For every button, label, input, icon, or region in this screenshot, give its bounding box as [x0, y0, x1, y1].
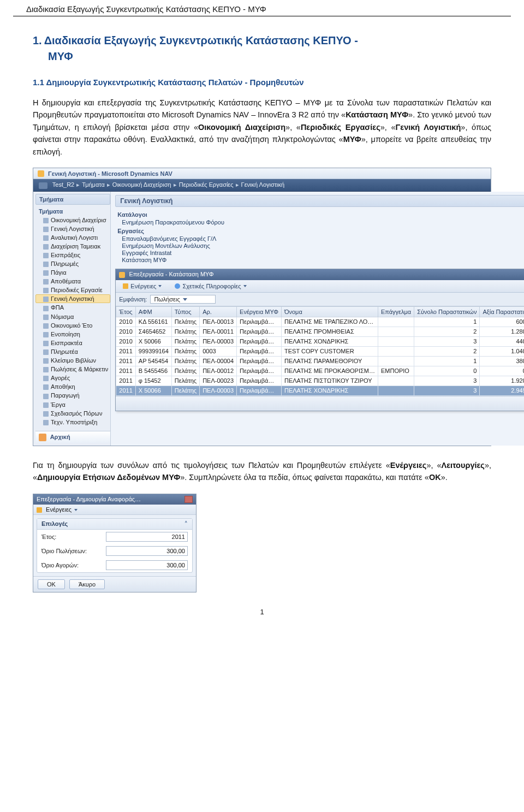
sidebar-item[interactable]: ΦΠΑ	[35, 303, 110, 312]
nav-main: Γενική Λογιστική Κατάλογοι Ενημέρωση Παρ…	[111, 192, 524, 446]
sidebar-item[interactable]: Περιοδικές Εργασίε	[35, 286, 110, 294]
table-cell: Πελάτης	[171, 356, 199, 366]
table-row[interactable]: 2010Χ 50066ΠελάτηςΠΕΛ-00003Περιλαμβά…ΠΕΛ…	[116, 336, 524, 346]
panel-header[interactable]: Επιλογές ˄	[37, 519, 192, 530]
grid-column-header[interactable]: Ενέργεια ΜΥΦ	[237, 306, 282, 317]
grid-column-header[interactable]: Αρ.	[200, 306, 237, 317]
sidebar-item[interactable]: Τεχν. Υποστήριξη	[35, 418, 110, 426]
folder-icon	[43, 341, 49, 346]
sidebar-item[interactable]: Εισπρακτέα	[35, 339, 110, 347]
dialog-actions-button[interactable]: Ενέργειες	[46, 506, 72, 513]
table-row[interactable]: 2010ΚΔ 556161ΠελάτηςΠΕΛ-00013Περιλαμβά…Π…	[116, 317, 524, 327]
table-row[interactable]: 2010Σ4654652ΠελάτηςΠΕΛ-00011Περιλαμβά…ΠΕ…	[116, 327, 524, 336]
table-cell: 1	[414, 317, 480, 327]
info-icon	[175, 283, 180, 289]
nav-back-icon[interactable]	[39, 182, 47, 189]
dialog-field-row: Όριο Αγορών:300,00	[37, 558, 192, 572]
sidebar-item[interactable]: Γενική Λογιστική	[35, 224, 110, 233]
table-cell: Περιλαμβά…	[237, 386, 282, 395]
sidebar-item[interactable]: Αποθήκη	[35, 382, 110, 391]
table-row[interactable]: 2011φ 15452ΠελάτηςΠΕΛ-00023Περιλαμβά…ΠΕΛ…	[116, 376, 524, 386]
sidebar-item[interactable]: Ενοποίηση	[35, 330, 110, 339]
header-text: Διαδικασία Εξαγωγής Συγκεντρωτικής Κατάσ…	[26, 4, 266, 14]
sidebar-item[interactable]: Τμήματα	[35, 207, 110, 216]
sidebar-item[interactable]: Αποθέματα	[35, 277, 110, 286]
table-cell: 2010	[116, 317, 135, 327]
field-label: Όριο Αγορών:	[41, 562, 102, 568]
sidebar-home[interactable]: Αρχική	[35, 431, 110, 443]
table-cell: 2	[414, 346, 480, 356]
main-link[interactable]: Επαναλαμβανόμενες Εγγραφές Γ/Λ	[122, 235, 524, 242]
ok-button[interactable]: OK	[38, 579, 65, 589]
table-cell: Πελάτης	[171, 376, 199, 386]
filter-dropdown[interactable]: Πωλήσεις	[150, 295, 216, 304]
sidebar-item[interactable]: Γενική Λογιστική	[35, 294, 110, 303]
actions-button[interactable]: Ενέργειες	[119, 282, 165, 291]
table-cell: ΠΕΛ-00003	[200, 336, 237, 346]
table-cell: 2011	[116, 346, 135, 356]
sidebar-item[interactable]: Αναλυτική Λογιστι	[35, 233, 110, 242]
grid-column-header[interactable]: Επάγγελμα	[378, 306, 414, 317]
sidebar-item[interactable]: Σχεδιασμός Πόρων	[35, 409, 110, 418]
table-cell: ΕΜΠΟΡΙΟ	[378, 366, 414, 376]
related-info-button[interactable]: Σχετικές Πληροφορίες	[171, 282, 250, 291]
sidebar-item[interactable]: Οικονομική Διαχείρισ	[35, 216, 110, 224]
grid-column-header[interactable]: ΑΦΜ	[135, 306, 171, 317]
p1-bold3: Περιοδικές Εργασίες	[301, 123, 380, 132]
screenshot-nav-app: Γενική Λογιστική - Microsoft Dynamics NA…	[33, 168, 491, 446]
table-cell	[378, 336, 414, 346]
sidebar-item[interactable]: Κλείσιμο Βιβλίων	[35, 356, 110, 365]
table-cell: ΠΕΛΑΤΗΣ ΠΑΡΑΜΕΘΟΡΙΟΥ	[281, 356, 378, 366]
sidebar-item[interactable]: Πάγια	[35, 268, 110, 277]
p2-bold2: Λειτουργίες	[441, 461, 484, 470]
table-row[interactable]: 2011Χ 50066ΠελάτηςΠΕΛ-00003Περιλαμβά…ΠΕΛ…	[116, 386, 524, 395]
main-link[interactable]: Κατάσταση ΜΥΦ	[122, 257, 524, 263]
breadcrumb-item[interactable]: Γενική Λογιστική	[241, 181, 285, 188]
grid-column-header[interactable]: Αξία Παραστατικών	[480, 306, 524, 317]
h1-number: 1.	[33, 34, 42, 46]
sidebar-item[interactable]: Έργα	[35, 400, 110, 409]
sidebar-item[interactable]: Διαχείριση Ταμειακ	[35, 242, 110, 251]
grid-column-header[interactable]: Τύπος	[171, 306, 199, 317]
sidebar-item[interactable]: Αγορές	[35, 374, 110, 382]
grid-column-header[interactable]: Όνομα	[281, 306, 378, 317]
table-cell: ΠΕΛ-00003	[200, 386, 237, 395]
breadcrumb-item[interactable]: Test_R2	[52, 181, 74, 188]
table-row[interactable]: 2011Β 5455456ΠελάτηςΠΕΛ-00012Περιλαμβά…Π…	[116, 366, 524, 376]
folder-icon	[43, 253, 49, 258]
field-input[interactable]: 2011	[106, 532, 188, 542]
nav-breadcrumb[interactable]: Test_R2▸Τμήματα▸Οικονομική Διαχείριση▸Πε…	[33, 179, 491, 191]
inner-window-myf: Επεξεργασία - Κατάσταση ΜΥΦ Εν	[115, 269, 524, 411]
table-row[interactable]: 2011ΑΡ 545454ΠελάτηςΠΕΛ-00004Περιλαμβά…Π…	[116, 356, 524, 366]
main-link[interactable]: Ενημέρωση Μοντέλων Ανάλυσης	[122, 242, 524, 249]
main-link[interactable]: Ενημέρωση Παρακρατούμενου Φόρου	[122, 219, 524, 226]
grid-column-header[interactable]: Σύνολο Παραστατικών	[414, 306, 480, 317]
table-row[interactable]: 2011999399164Πελάτης0003Περιλαμβά…TEST C…	[116, 346, 524, 356]
folder-icon	[43, 262, 49, 267]
breadcrumb-item[interactable]: Τμήματα	[82, 181, 105, 188]
dialog-options-panel: Επιλογές ˄ Έτος:2011Όριο Πωλήσεων:300,00…	[37, 518, 193, 573]
main-link[interactable]: Εγγραφές Intrastat	[122, 250, 524, 256]
sidebar-item[interactable]: Πληρωμές	[35, 259, 110, 268]
data-grid[interactable]: ΈτοςΑΦΜΤύποςΑρ.Ενέργεια ΜΥΦΌνομαΕπάγγελμ…	[116, 306, 524, 396]
grid-column-header[interactable]: Έτος	[116, 306, 135, 317]
nav-window: Γενική Λογιστική - Microsoft Dynamics NA…	[33, 168, 491, 446]
breadcrumb-item[interactable]: Περιοδικές Εργασίες	[179, 181, 234, 188]
field-input[interactable]: 300,00	[106, 546, 188, 556]
table-cell: 3	[414, 376, 480, 386]
field-input[interactable]: 300,00	[106, 560, 188, 570]
sidebar-item[interactable]: Παραγωγή	[35, 391, 110, 400]
breadcrumb-separator: ▸	[174, 181, 177, 188]
sidebar-item[interactable]: Πωλήσεις & Μάρκετιν	[35, 365, 110, 374]
sidebar-item[interactable]: Οικονομικό Έτο	[35, 321, 110, 330]
sidebar-item[interactable]: Εισπράξεις	[35, 251, 110, 259]
table-cell: 2010	[116, 336, 135, 346]
breadcrumb-item[interactable]: Οικονομική Διαχείριση	[112, 181, 171, 188]
collapse-icon[interactable]: ˄	[184, 520, 188, 527]
sidebar-item[interactable]: Πληρωτέα	[35, 347, 110, 356]
table-cell: 3	[414, 336, 480, 346]
close-icon[interactable]	[184, 496, 193, 503]
p2-seg1: Για τη δημιουργία των συνόλων από τις τι…	[33, 461, 390, 470]
cancel-button[interactable]: Άκυρο	[69, 579, 105, 589]
sidebar-item[interactable]: Νόμισμα	[35, 312, 110, 321]
